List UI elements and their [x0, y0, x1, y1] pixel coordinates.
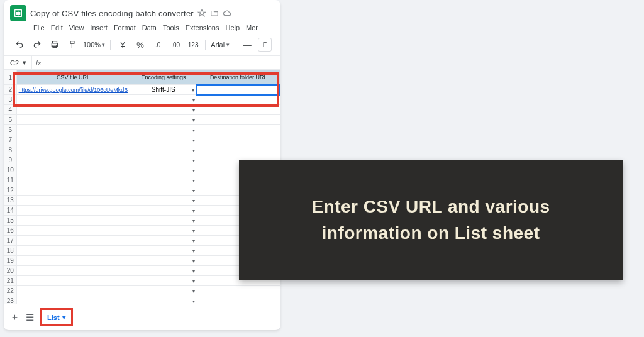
menu-format[interactable]: Format [112, 23, 138, 33]
cell[interactable] [16, 155, 130, 165]
cell[interactable]: ▾ [130, 276, 197, 286]
menu-extensions[interactable]: Extensions [184, 23, 221, 33]
row-header[interactable]: 10 [4, 165, 17, 175]
row-header[interactable]: 13 [4, 196, 17, 206]
cell[interactable]: ▾ [130, 216, 197, 226]
menu-view[interactable]: View [67, 23, 86, 33]
cell[interactable]: ▾ [130, 226, 197, 236]
cell[interactable] [16, 216, 130, 226]
row-header[interactable]: 1 [4, 70, 17, 85]
cell[interactable]: ▾ [130, 165, 197, 175]
currency-button[interactable]: ¥ [116, 38, 130, 52]
row-header[interactable]: 21 [4, 276, 17, 286]
row-header[interactable]: 17 [4, 236, 17, 246]
row-header[interactable]: 7 [4, 135, 17, 145]
row-header[interactable]: 4 [4, 105, 17, 115]
cell[interactable]: ▾ [130, 266, 197, 276]
cell[interactable] [16, 246, 130, 256]
menu-more[interactable]: Mer [244, 23, 260, 33]
row-header[interactable]: 11 [4, 175, 17, 185]
increase-decimals-button[interactable]: .00 [169, 38, 182, 52]
cell[interactable] [16, 125, 130, 135]
cell[interactable] [16, 276, 130, 286]
cell[interactable] [197, 296, 280, 304]
cell[interactable] [16, 206, 130, 216]
cell[interactable]: ▾ [130, 115, 197, 125]
font-size-decrease[interactable]: — [240, 38, 254, 52]
cell[interactable] [16, 226, 130, 236]
cell[interactable]: Encoding settings [130, 70, 197, 85]
cell[interactable] [16, 236, 130, 246]
menu-data[interactable]: Data [140, 23, 158, 33]
row-header[interactable]: 5 [4, 115, 17, 125]
row-header[interactable]: 3 [4, 95, 17, 105]
row-header[interactable]: 9 [4, 155, 17, 165]
cell[interactable] [197, 95, 280, 105]
row-header[interactable]: 19 [4, 256, 17, 266]
cell[interactable] [16, 95, 130, 105]
cell[interactable] [16, 175, 130, 185]
menu-insert[interactable]: Insert [88, 23, 109, 33]
cell[interactable]: https://drive.google.com/file/d/106cUeMk… [16, 85, 130, 95]
row-header[interactable]: 14 [4, 206, 17, 216]
cell[interactable] [16, 286, 130, 296]
cell[interactable]: ▾ [130, 105, 197, 115]
row-header[interactable]: 18 [4, 246, 17, 256]
percent-button[interactable]: % [133, 38, 147, 52]
cell[interactable]: ▾ [130, 135, 197, 145]
all-sheets-button[interactable]: ☰ [26, 312, 34, 323]
cell[interactable]: ▾ [130, 155, 197, 165]
cell[interactable]: ▾ [130, 185, 197, 196]
cell[interactable]: CSV file URL [16, 70, 130, 85]
cell[interactable] [16, 296, 130, 304]
cell[interactable] [16, 135, 130, 145]
row-header[interactable]: 2 [4, 85, 17, 95]
cell[interactable] [16, 145, 130, 155]
menu-help[interactable]: Help [223, 23, 242, 33]
cell[interactable] [16, 185, 130, 196]
row-header[interactable]: 23 [4, 296, 17, 304]
cell[interactable] [16, 266, 130, 276]
cell[interactable] [197, 115, 280, 125]
cell[interactable] [16, 165, 130, 175]
cell[interactable]: Shift-JIS▾ [130, 85, 197, 95]
cloud-saved-icon[interactable] [223, 9, 231, 18]
row-header[interactable]: 6 [4, 125, 17, 135]
cell[interactable]: ▾ [130, 296, 197, 304]
cell[interactable]: ▾ [130, 125, 197, 135]
cell[interactable]: ▾ [130, 175, 197, 185]
cell[interactable] [16, 115, 130, 125]
row-header[interactable]: 20 [4, 266, 17, 276]
cell[interactable]: ▾ [130, 246, 197, 256]
add-sheet-button[interactable]: ＋ [10, 311, 19, 323]
cell[interactable]: Destination folder URL [197, 70, 280, 85]
row-header[interactable]: 12 [4, 185, 17, 196]
menu-edit[interactable]: Edit [49, 23, 65, 33]
undo-button[interactable] [13, 38, 26, 52]
csv-url-link[interactable]: https://drive.google.com/file/d/106cUeMk… [19, 87, 128, 93]
cell[interactable] [197, 135, 280, 145]
zoom-select[interactable]: 100%▾ [83, 41, 105, 48]
star-icon[interactable] [197, 9, 206, 18]
cell[interactable]: ▾ [130, 196, 197, 206]
move-icon[interactable] [210, 9, 219, 18]
cell[interactable] [197, 145, 280, 155]
cell[interactable] [16, 256, 130, 266]
menu-file[interactable]: File [31, 23, 47, 33]
cell[interactable] [197, 105, 280, 115]
row-header[interactable]: 15 [4, 216, 17, 226]
cell[interactable]: ▾ [130, 256, 197, 266]
document-title[interactable]: Copy of CSV files encoding batch convert… [30, 9, 194, 18]
name-box[interactable]: C2▾ [4, 58, 31, 67]
cell[interactable] [16, 196, 130, 206]
number-format-button[interactable]: 123 [186, 38, 200, 52]
selected-cell[interactable] [197, 85, 280, 95]
row-header[interactable]: 22 [4, 286, 17, 296]
font-size-input[interactable]: E [258, 38, 272, 52]
row-header[interactable]: 16 [4, 226, 17, 236]
cell[interactable]: ▾ [130, 286, 197, 296]
redo-button[interactable] [30, 38, 44, 52]
font-select[interactable]: Arial▾ [211, 41, 230, 48]
paint-format-button[interactable] [65, 38, 79, 52]
row-header[interactable]: 8 [4, 145, 17, 155]
